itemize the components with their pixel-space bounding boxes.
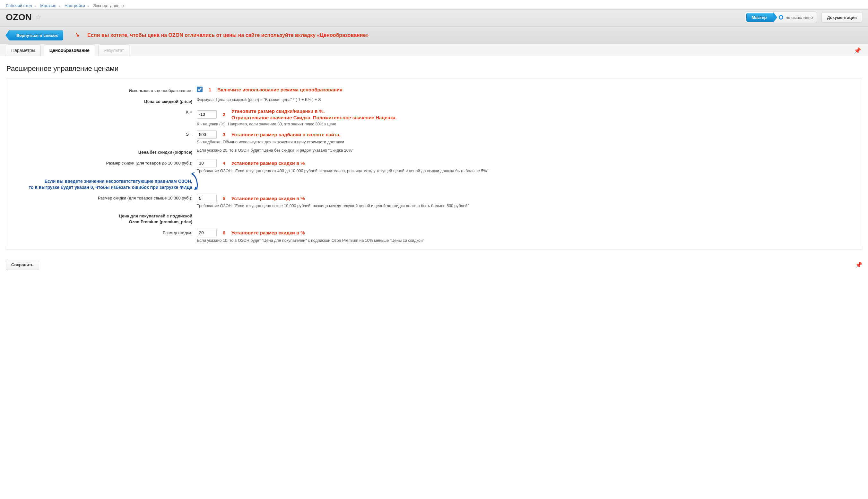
label-k: K = (13, 108, 192, 115)
breadcrumb: Рабочий стол▸ Магазин▸ Настройки▸ Экспор… (0, 0, 868, 9)
disc-high-req: Требование ОЗОН: "Если текущая цена выше… (197, 204, 855, 208)
label-premium-1: Цена для покупателей с подпиской (119, 214, 192, 218)
crumb-shop[interactable]: Магазин (40, 3, 56, 8)
back-button[interactable]: Вернуться в список (8, 30, 63, 40)
formula-text: Формула: Цена со скидкой (price) = "Базо… (197, 97, 855, 102)
banner-text: Если вы хотите, чтобы цена на OZON отлич… (87, 33, 862, 38)
docs-button[interactable]: Документация (821, 12, 862, 23)
crumb-desktop[interactable]: Рабочий стол (6, 3, 32, 8)
chevron-right-icon: ▸ (59, 4, 61, 8)
oldprice-hint: Если указано 20, то в ОЗОН будет "Цена б… (197, 148, 855, 153)
anno-num-4: 4 (221, 160, 227, 166)
k-hint: K - наценка (%). Например, если значение… (197, 122, 855, 126)
label-oldprice: Цена без скидки (oldprice) (13, 148, 192, 155)
status-dot-icon (779, 15, 783, 20)
anno-text-5: Установите размер скидки в % (231, 196, 305, 201)
crumb-settings[interactable]: Настройки (64, 3, 85, 8)
anno-num-6: 6 (221, 230, 227, 235)
anno-text-2: Утановите размер скидки/наценки в %. Отр… (231, 108, 397, 121)
disc-low-req: Требование ОЗОН: "Если текущая цена от 4… (197, 169, 855, 173)
tab-params[interactable]: Параметры (6, 44, 41, 56)
label-premium-2: Ozon Premium (premium_price) (129, 219, 192, 224)
master-button[interactable]: Мастер (746, 13, 774, 22)
pin-icon[interactable]: 📌 (854, 47, 861, 54)
label-premium: Цена для покупателей с подпиской Ozon Pr… (13, 212, 192, 224)
pin-icon[interactable]: 📌 (855, 261, 862, 268)
tabs: Параметры Ценообразование Результат 📌 (0, 44, 868, 56)
label-premium-disc: Размер скидки: (13, 229, 192, 236)
label-disc-low: Размер скидки (для товаров до 10 000 руб… (13, 159, 192, 166)
k-input[interactable] (197, 110, 217, 119)
page-title: OZON (6, 12, 32, 23)
label-use-pricing: Использовать ценообразование: (13, 87, 192, 94)
s-input[interactable] (197, 130, 217, 138)
anno-num-5: 5 (221, 196, 227, 201)
section-title: Расширенное управление ценами (7, 64, 862, 73)
arrow-red-icon: ↘ (74, 31, 80, 39)
blue-hint-line2: то в выгрузке будет указан 0, чтобы избе… (28, 185, 192, 190)
crumb-current: Экспорт данных (93, 3, 124, 8)
chevron-right-icon: ▸ (35, 4, 37, 8)
blue-hint-line1: Если вы введете значения несоответствтую… (45, 179, 192, 184)
label-s: S = (13, 130, 192, 137)
label-disc-high: Размер скидки (для товаров свыше 10 000 … (13, 194, 192, 201)
anno-text-6: Установите размер скидки в % (231, 230, 305, 235)
blue-hint: Если вы введете значения несоответствтую… (13, 177, 192, 191)
pricing-panel: Использовать ценообразование: 1 Включите… (6, 78, 862, 250)
premium-hint: Если указано 10, то в ОЗОН будет "Цена д… (197, 238, 855, 243)
star-icon[interactable]: ☆ (35, 13, 41, 22)
anno-text-3: Установите размер надбавки в валюте сайт… (231, 132, 341, 137)
premium-disc-input[interactable] (197, 229, 217, 237)
tab-result: Результат (98, 44, 130, 56)
master-status-box: Мастер не выполнено (745, 12, 817, 23)
anno-num-3: 3 (221, 132, 227, 137)
anno-text-2b: Отрицательное значение Скидка. Положител… (231, 115, 397, 120)
disc-low-input[interactable] (197, 159, 217, 167)
save-button[interactable]: Сохранить (6, 260, 39, 270)
tab-pricing[interactable]: Ценообразование (44, 44, 95, 56)
anno-text-4: Установите размер скидки в % (231, 160, 305, 166)
chevron-right-icon: ▸ (88, 4, 90, 8)
disc-high-input[interactable] (197, 194, 217, 202)
status-text: не выполнено (786, 15, 816, 20)
anno-num-2: 2 (221, 112, 227, 117)
anno-num-1: 1 (207, 87, 213, 92)
s-hint: S - надбавка. Обычно используется для вк… (197, 140, 855, 144)
label-price: Цена со скидкой (price) (13, 97, 192, 105)
use-pricing-checkbox[interactable] (197, 87, 203, 92)
anno-text-2a: Утановите размер скидки/наценки в %. (231, 108, 324, 114)
anno-text-1: Включите использование режима ценообразо… (217, 87, 343, 92)
